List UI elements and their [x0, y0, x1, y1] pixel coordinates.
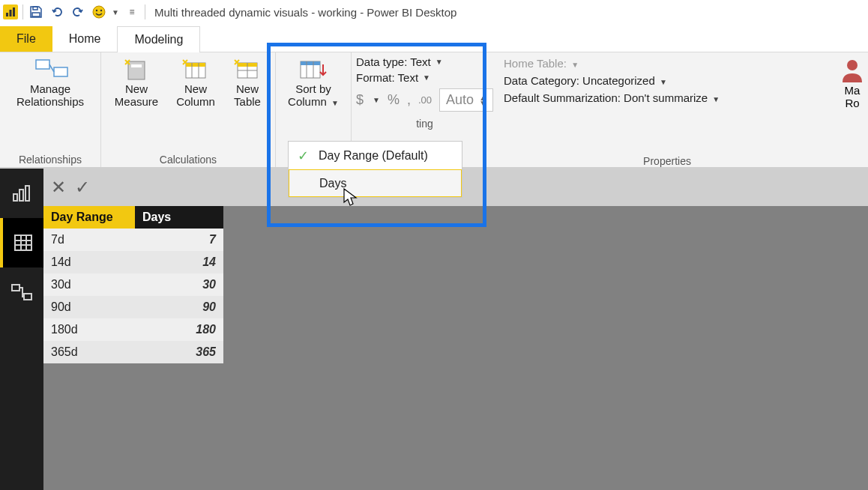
- svg-rect-27: [25, 186, 29, 201]
- svg-point-24: [847, 60, 858, 70]
- chevron-down-icon[interactable]: ▼: [112, 8, 119, 16]
- data-table: Day Range Days 7d7 14d14 30d30 90d90 180…: [43, 206, 223, 363]
- new-measure-button[interactable]: New Measure: [107, 55, 166, 108]
- svg-rect-13: [186, 63, 205, 67]
- measure-icon: [121, 57, 152, 81]
- group-label: Properties: [504, 155, 831, 167]
- qat-customize[interactable]: ≡: [124, 4, 140, 20]
- sort-option-default[interactable]: ✓ Day Range (Default): [289, 142, 462, 169]
- tab-file[interactable]: File: [0, 26, 52, 52]
- label: Ma Ro: [845, 84, 861, 109]
- redo-button[interactable]: [70, 4, 86, 20]
- relationships-icon: [34, 57, 66, 81]
- svg-point-6: [96, 10, 97, 11]
- tab-modeling[interactable]: Modeling: [117, 26, 200, 52]
- label: Days: [319, 177, 346, 190]
- tab-home[interactable]: Home: [52, 26, 118, 52]
- sort-by-column-menu: ✓ Day Range (Default) Days: [288, 141, 462, 198]
- separator: [22, 4, 23, 19]
- svg-rect-0: [6, 13, 8, 16]
- svg-point-5: [93, 6, 105, 18]
- label: Manage Relationships: [16, 82, 84, 108]
- window-title: Multi threaded dynamic visuals - working…: [154, 6, 457, 19]
- table-row[interactable]: 365d365: [43, 341, 223, 363]
- table-row[interactable]: 90d90: [43, 296, 223, 318]
- column-header-day-range[interactable]: Day Range: [43, 206, 135, 229]
- home-table-dropdown[interactable]: Home Table: ▼: [504, 57, 831, 70]
- view-switcher: [0, 169, 43, 490]
- person-icon: [840, 57, 865, 82]
- separator: [145, 4, 145, 19]
- sort-option-days[interactable]: Days: [289, 169, 462, 197]
- svg-rect-2: [13, 7, 15, 16]
- default-summarization-dropdown[interactable]: Default Summarization: Don't summarize ▼: [504, 91, 831, 104]
- undo-button[interactable]: [49, 4, 65, 20]
- model-view-button[interactable]: [0, 267, 43, 317]
- group-label: Calculations: [160, 154, 217, 166]
- svg-rect-33: [12, 285, 19, 291]
- svg-rect-1: [10, 10, 12, 16]
- new-column-button[interactable]: New Column: [169, 55, 223, 108]
- manage-relationships-button[interactable]: Manage Relationships: [6, 55, 94, 108]
- svg-rect-8: [36, 60, 49, 69]
- svg-rect-28: [15, 235, 31, 250]
- table-row[interactable]: 7d7: [43, 229, 223, 251]
- group-relationships: Manage Relationships Relationships: [0, 52, 101, 167]
- save-button[interactable]: [28, 4, 44, 20]
- table-row[interactable]: 14d14: [43, 251, 223, 273]
- svg-rect-3: [33, 7, 37, 10]
- label: New Measure: [115, 82, 158, 108]
- column-icon: [180, 57, 211, 81]
- group-properties: Home Table: ▼ Data Category: Uncategoriz…: [498, 52, 837, 167]
- label: Day Range (Default): [319, 149, 428, 163]
- svg-rect-10: [128, 61, 145, 79]
- check-icon: ✓: [295, 148, 311, 164]
- group-security-partial: Ma Ro: [837, 52, 868, 167]
- table-row[interactable]: 30d30: [43, 273, 223, 296]
- column-header-days[interactable]: Days: [135, 206, 223, 229]
- data-view-button[interactable]: [0, 218, 43, 267]
- label: New Column: [176, 82, 215, 108]
- svg-rect-11: [131, 64, 142, 67]
- svg-rect-9: [54, 67, 67, 76]
- svg-rect-25: [13, 194, 17, 201]
- svg-rect-34: [24, 294, 31, 300]
- label: New Table: [234, 82, 261, 108]
- svg-rect-26: [19, 190, 23, 201]
- commit-icon[interactable]: ✓: [75, 177, 90, 198]
- table-icon: [232, 57, 263, 81]
- svg-point-7: [100, 10, 102, 11]
- smiley-icon[interactable]: [91, 4, 107, 20]
- data-category-dropdown[interactable]: Data Category: Uncategorized ▼: [504, 74, 831, 87]
- data-canvas: Day Range Days 7d7 14d14 30d30 90d90 180…: [43, 206, 868, 490]
- report-view-button[interactable]: [0, 169, 43, 218]
- new-table-button[interactable]: New Table: [226, 55, 269, 108]
- app-icon: [3, 4, 18, 19]
- svg-rect-4: [32, 13, 40, 16]
- title-bar: ▼ ≡ Multi threaded dynamic visuals - wor…: [0, 0, 868, 24]
- table-row[interactable]: 180d180: [43, 318, 223, 341]
- group-label: Relationships: [19, 154, 82, 166]
- group-calculations: New Measure New Column New Table Calcula…: [101, 52, 276, 167]
- tutorial-highlight: [267, 43, 486, 227]
- cancel-icon[interactable]: ✕: [51, 177, 66, 198]
